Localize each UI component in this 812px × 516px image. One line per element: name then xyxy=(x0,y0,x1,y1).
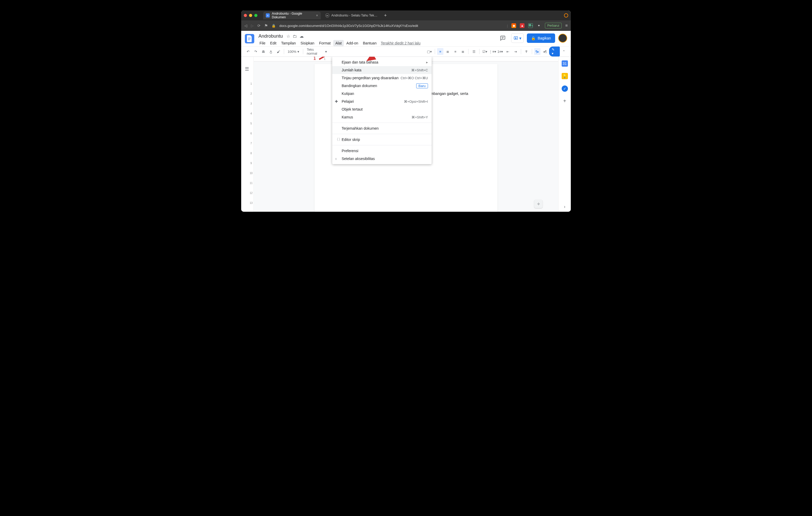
menu-item-tinjau-pengeditan-yang-disarankan[interactable]: Tinjau pengeditan yang disarankanCtrl+⌘O… xyxy=(332,74,432,82)
bookmark-icon[interactable]: ⚑ xyxy=(264,23,268,28)
menu-item-preferensi[interactable]: Preferensi xyxy=(332,147,432,155)
align-center-button[interactable]: ≣ xyxy=(444,48,451,55)
star-icon[interactable]: ☆ xyxy=(286,34,290,39)
brave-shield-icon[interactable] xyxy=(564,13,568,18)
brave-rewards-icon[interactable]: ◆ xyxy=(512,23,516,28)
shortcut-label: Ctrl+⌘O Ctrl+⌘U xyxy=(401,76,428,80)
menu-bantuan[interactable]: Bantuan xyxy=(361,40,379,46)
outline-button[interactable]: ☰ xyxy=(245,66,249,72)
menubar: FileEditTampilanSisipkanFormatAlatAdd-on… xyxy=(257,40,494,46)
align-right-button[interactable]: ≡ xyxy=(452,48,459,55)
menu-format[interactable]: Format xyxy=(317,40,333,46)
keep-icon[interactable]: 💡 xyxy=(562,73,568,79)
lock-icon[interactable]: 🔒 xyxy=(271,24,276,28)
cloud-status-icon[interactable]: ☁ xyxy=(299,34,304,39)
menu-tampilan[interactable]: Tampilan xyxy=(279,40,298,46)
menu-item-pelajari[interactable]: ✚Pelajari⌘+Opsi+Shift+I xyxy=(332,97,432,105)
left-gutter: ☰ 1234567891011121314 xyxy=(241,57,254,212)
docs-header: Androbuntu ☆ 🗀 ☁ FileEditTampilanSisipka… xyxy=(241,31,571,46)
menu-item-label: Tinjau pengeditan yang disarankan xyxy=(342,76,399,80)
align-justify-button[interactable]: ≣ xyxy=(460,48,466,55)
menu-item-setelan-aksesibilitas[interactable]: ⍭Setelan aksesibilitas xyxy=(332,155,432,162)
menu-item-jumlah-kata[interactable]: Jumlah kata⌘+Shift+C xyxy=(332,66,432,74)
clear-formatting-button[interactable]: T xyxy=(523,48,530,55)
line-spacing-button[interactable]: ☰ xyxy=(471,48,477,55)
reload-button[interactable]: ⟳ xyxy=(257,24,261,28)
collapse-toolbar-button[interactable]: ⌃ xyxy=(561,48,567,55)
browser-menu-button[interactable]: ≡ xyxy=(565,23,568,28)
menu-item-kutipan[interactable]: Kutipan xyxy=(332,90,432,97)
menu-file[interactable]: File xyxy=(257,40,268,46)
menu-item-label: Terjemahkan dokumen xyxy=(342,126,379,130)
menu-item-bandingkan-dokumen[interactable]: Bandingkan dokumenBaru xyxy=(332,82,432,90)
decrease-indent-button[interactable]: ⇤ xyxy=(504,48,511,55)
paint-format-button[interactable]: 🖌 xyxy=(275,48,282,55)
submenu-arrow-icon: ▸ xyxy=(426,60,428,64)
vertical-ruler: 1234567891011121314 xyxy=(249,72,254,212)
extension-icon[interactable]: ▲ xyxy=(520,23,524,28)
menu-item-label: Bandingkan dokumen xyxy=(342,84,377,88)
minimize-window-icon[interactable] xyxy=(249,14,252,17)
menu-item-editor-skrip[interactable]: 〈〉Editor skrip xyxy=(332,136,432,144)
rtl-button[interactable]: ◂¶ xyxy=(542,48,548,55)
numbered-list-button[interactable]: 1≡▾ xyxy=(497,48,503,55)
move-icon[interactable]: 🗀 xyxy=(293,34,297,39)
comments-button[interactable] xyxy=(498,33,508,43)
menu-item-label: Kamus xyxy=(342,115,353,119)
svg-rect-0 xyxy=(248,38,251,38)
spellcheck-button[interactable]: A̲ xyxy=(268,48,274,55)
menu-item-kamus[interactable]: Kamus⌘+Shift+Y xyxy=(332,113,432,121)
share-button[interactable]: 🔒 Bagikan xyxy=(527,33,555,43)
checklist-button[interactable]: ☑▾ xyxy=(482,48,488,55)
close-tab-icon[interactable]: × xyxy=(316,13,318,18)
style-dropdown[interactable]: Teks normal ▾ xyxy=(305,48,329,55)
maximize-window-icon[interactable] xyxy=(254,14,257,17)
menu-edit[interactable]: Edit xyxy=(268,40,279,46)
zoom-dropdown[interactable]: 100% ▾ xyxy=(286,50,301,54)
account-avatar[interactable] xyxy=(558,34,567,42)
bullet-list-button[interactable]: ⋮≡▾ xyxy=(489,48,496,55)
increase-indent-button[interactable]: ⇥ xyxy=(512,48,519,55)
docs-home-icon[interactable] xyxy=(245,34,254,43)
undo-button[interactable]: ↶ xyxy=(245,48,252,55)
print-button[interactable]: 🖶 xyxy=(260,48,267,55)
menu-alat[interactable]: Alat xyxy=(333,40,344,46)
last-edit-link[interactable]: Terakhir diedit 2 hari lalu xyxy=(381,41,420,45)
back-button[interactable]: ◁ xyxy=(244,24,247,28)
tools-menu-dropdown: Ejaan dan tata bahasa▸Jumlah kata⌘+Shift… xyxy=(332,57,432,164)
docs-favicon-icon: ≡ xyxy=(266,13,270,18)
bitwarden-icon[interactable]: ⛊8 xyxy=(528,23,533,28)
menu-sisipkan[interactable]: Sisipkan xyxy=(298,40,317,46)
menu-item-terjemahkan-dokumen[interactable]: Terjemahkan dokumen xyxy=(332,124,432,132)
document-title[interactable]: Androbuntu xyxy=(257,33,284,39)
url-text[interactable]: docs.google.com/document/d/1Onl3XhI4x1p3… xyxy=(280,24,503,28)
show-side-panel-button[interactable]: › xyxy=(564,205,565,209)
menu-item-objek-tertaut[interactable]: Objek tertaut xyxy=(332,105,432,113)
browser-tab[interactable]: ∞ Androbuntu - Selalu Tahu Teknologi xyxy=(323,11,380,19)
menu-item-label: Objek tertaut xyxy=(342,107,362,111)
forward-button[interactable]: ▷ xyxy=(251,24,254,28)
menu-item-ejaan-dan-tata-bahasa[interactable]: Ejaan dan tata bahasa▸ xyxy=(332,58,432,66)
calendar-icon[interactable]: 31 xyxy=(562,60,568,67)
redo-button[interactable]: ↷ xyxy=(253,48,259,55)
editing-mode-button[interactable]: ✎ ▾ xyxy=(549,47,559,57)
tasks-icon[interactable]: ✓ xyxy=(562,86,568,92)
close-window-icon[interactable] xyxy=(244,14,247,17)
present-button[interactable]: ▾ xyxy=(511,33,524,43)
extensions-icon[interactable]: ✦ xyxy=(536,23,541,28)
browser-tab-active[interactable]: ≡ Androbuntu - Google Dokumen × xyxy=(263,11,321,19)
ltr-button[interactable]: ¶▸ xyxy=(534,48,541,55)
update-button[interactable]: Perbarui xyxy=(545,23,561,29)
code-icon: 〈〉 xyxy=(335,137,342,142)
add-addon-icon[interactable]: + xyxy=(563,98,567,104)
address-bar: ◁ ▷ ⟳ ⚑ 🔒 docs.google.com/document/d/1On… xyxy=(241,20,571,31)
menu-item-label: Ejaan dan tata bahasa xyxy=(342,60,378,64)
insert-image-button[interactable]: ▢▾ xyxy=(426,48,433,55)
align-left-button[interactable]: ≡ xyxy=(437,48,444,55)
new-tab-button[interactable]: + xyxy=(382,13,388,18)
shortcut-label: ⌘+Opsi+Shift+I xyxy=(404,99,428,103)
menu-add-on[interactable]: Add-on xyxy=(344,40,360,46)
explore-button[interactable]: ✧ xyxy=(534,200,543,208)
annotation-1: 1 xyxy=(313,57,316,61)
tab-title: Androbuntu - Selalu Tahu Teknologi xyxy=(331,13,378,17)
